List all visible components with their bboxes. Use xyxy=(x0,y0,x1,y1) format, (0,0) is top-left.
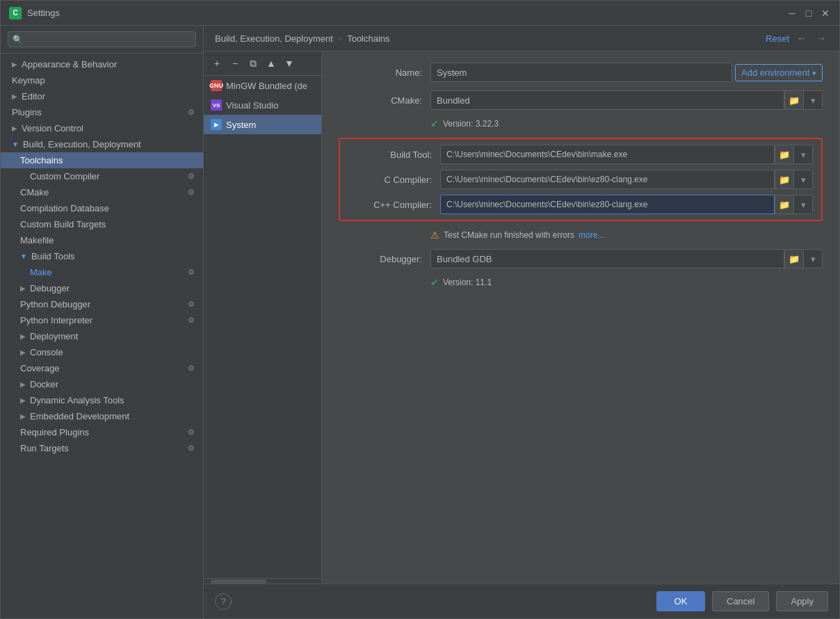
toolchain-item-mingw[interactable]: GNU MinGW Bundled (de xyxy=(204,76,321,95)
arrow-icon: ▶ xyxy=(20,348,26,356)
help-button[interactable]: ? xyxy=(215,593,232,610)
sidebar-item-label: Deployment xyxy=(30,331,78,341)
cpp-compiler-row: C++ Compiler: C:\Users\minec\Documents\C… xyxy=(348,195,813,214)
sidebar-item-console[interactable]: ▶ Console xyxy=(1,344,203,360)
window-controls: ─ □ ✕ xyxy=(786,8,831,19)
sidebar-item-coverage[interactable]: Coverage ⚙ xyxy=(1,360,203,376)
maximize-btn[interactable]: □ xyxy=(803,8,814,19)
cmake-dropdown-btn[interactable]: ▾ xyxy=(803,90,823,110)
build-tool-row: Build Tool: C:\Users\minec\Documents\CEd… xyxy=(348,145,813,164)
search-input[interactable] xyxy=(26,34,191,45)
ok-button[interactable]: OK xyxy=(656,591,705,611)
sidebar-item-label: Appearance & Behavior xyxy=(22,59,117,70)
toolchain-item-system[interactable]: ▶ System xyxy=(204,115,321,134)
back-button[interactable]: ← xyxy=(795,31,809,45)
warning-icon: ⚠ xyxy=(430,230,439,241)
sidebar-item-label: Embedded Development xyxy=(30,411,129,421)
sidebar-item-makefile[interactable]: Makefile xyxy=(1,232,203,248)
cpp-compiler-dropdown-btn[interactable]: ▾ xyxy=(793,195,813,214)
sidebar-item-label: Python Debugger xyxy=(20,299,90,310)
sidebar-item-editor[interactable]: ▶ Editor xyxy=(1,88,203,104)
sidebar-item-label: CMake xyxy=(20,187,49,198)
move-down-toolchain-btn[interactable]: ▼ xyxy=(282,56,297,71)
sidebar-item-python-debugger[interactable]: Python Debugger ⚙ xyxy=(1,296,203,312)
main-content: Build, Execution, Deployment › Toolchain… xyxy=(204,26,839,618)
sidebar-item-label: Docker xyxy=(30,379,58,389)
add-environment-btn[interactable]: Add environment ▾ xyxy=(735,64,823,81)
sidebar-item-label: Dynamic Analysis Tools xyxy=(30,395,124,405)
build-tool-folder-btn[interactable]: 📁 xyxy=(775,145,794,164)
sidebar-item-python-interpreter[interactable]: Python Interpreter ⚙ xyxy=(1,312,203,328)
sidebar-item-keymap[interactable]: Keymap xyxy=(1,72,203,88)
cancel-button[interactable]: Cancel xyxy=(712,591,769,611)
debugger-folder-btn[interactable]: 📁 xyxy=(784,249,804,268)
sidebar-item-plugins[interactable]: Plugins ⚙ xyxy=(1,104,203,120)
add-toolchain-btn[interactable]: + xyxy=(209,56,225,71)
toolchains-toolbar: + − ⧉ ▲ ▼ xyxy=(204,51,321,76)
toolchain-item-vs[interactable]: VS Visual Studio xyxy=(204,95,321,115)
sidebar-item-required-plugins[interactable]: Required Plugins ⚙ xyxy=(1,424,203,440)
c-compiler-input-wrap: C:\Users\minec\Documents\CEdev\bin\ez80-… xyxy=(440,170,813,189)
sidebar-item-label: Version Control xyxy=(22,123,83,134)
search-input-wrap[interactable]: 🔍 xyxy=(8,31,196,47)
sidebar-item-dynamic-analysis[interactable]: ▶ Dynamic Analysis Tools xyxy=(1,392,203,408)
close-btn[interactable]: ✕ xyxy=(820,8,831,19)
debugger-input-wrap: Bundled GDB 📁 ▾ xyxy=(430,249,823,268)
mingw-icon: GNU xyxy=(211,80,222,91)
settings-window: C Settings ─ □ ✕ 🔍 ▶ Appearance & Behavi… xyxy=(0,0,840,619)
sidebar-item-custom-build[interactable]: Custom Build Targets xyxy=(1,216,203,232)
arrow-icon: ▼ xyxy=(20,252,27,260)
sidebar-item-label: Required Plugins xyxy=(20,427,89,437)
build-tool-input-wrap: C:\Users\minec\Documents\CEdev\bin\make.… xyxy=(440,145,813,164)
arrow-icon: ▶ xyxy=(12,61,17,68)
sidebar-item-make[interactable]: Make ⚙ xyxy=(1,264,203,280)
sidebar-item-docker[interactable]: ▶ Docker xyxy=(1,376,203,392)
arrow-icon: ▶ xyxy=(12,93,17,100)
sidebar-item-cmake[interactable]: CMake ⚙ xyxy=(1,184,203,200)
sidebar-item-run-targets[interactable]: Run Targets ⚙ xyxy=(1,440,203,456)
remove-toolchain-btn[interactable]: − xyxy=(227,56,243,71)
sidebar-item-label: Editor xyxy=(22,91,45,102)
cmake-version-text: Version: 3.22.3 xyxy=(443,119,499,129)
sidebar-item-embedded-dev[interactable]: ▶ Embedded Development xyxy=(1,408,203,424)
minimize-btn[interactable]: ─ xyxy=(786,8,798,19)
gear-icon: ⚙ xyxy=(188,364,195,373)
build-tool-dropdown-btn[interactable]: ▾ xyxy=(793,145,813,164)
check-icon: ✔ xyxy=(430,277,439,288)
move-up-toolchain-btn[interactable]: ▲ xyxy=(264,56,279,71)
sidebar-item-build-exec[interactable]: ▼ Build, Execution, Deployment xyxy=(1,136,203,152)
cpp-compiler-folder-btn[interactable]: 📁 xyxy=(775,195,794,214)
gear-icon: ⚙ xyxy=(188,428,195,437)
search-box: 🔍 xyxy=(1,26,203,54)
cmake-label: CMake: xyxy=(339,95,422,106)
compilers-section: Build Tool: C:\Users\minec\Documents\CEd… xyxy=(339,138,823,221)
debugger-dropdown-btn[interactable]: ▾ xyxy=(803,249,823,268)
sidebar-item-deployment[interactable]: ▶ Deployment xyxy=(1,328,203,344)
reset-button[interactable]: Reset xyxy=(766,33,789,44)
sidebar-item-build-tools[interactable]: ▼ Build Tools xyxy=(1,248,203,264)
sidebar-item-compilation-db[interactable]: Compilation Database xyxy=(1,200,203,216)
c-compiler-folder-btn[interactable]: 📁 xyxy=(775,170,794,189)
sidebar-item-label: Python Interpreter xyxy=(20,315,92,325)
sidebar-item-custom-compiler[interactable]: Custom Compiler ⚙ xyxy=(1,168,203,184)
cpp-compiler-input-wrap: C:\Users\minec\Documents\CEdev\bin\ez80-… xyxy=(440,195,813,214)
sys-icon: ▶ xyxy=(211,119,222,130)
sidebar-item-appearance[interactable]: ▶ Appearance & Behavior xyxy=(1,56,203,72)
warning-row: ⚠ Test CMake run finished with errors mo… xyxy=(339,230,823,241)
apply-button[interactable]: Apply xyxy=(776,591,828,611)
cpp-compiler-label: C++ Compiler: xyxy=(348,200,432,210)
horizontal-scrollbar[interactable] xyxy=(204,578,321,584)
cmake-folder-btn[interactable]: 📁 xyxy=(784,90,804,110)
sidebar-item-version-control[interactable]: ▶ Version Control xyxy=(1,120,203,136)
sidebar-item-label: Run Targets xyxy=(20,443,69,453)
warning-link[interactable]: more... xyxy=(579,230,604,240)
toolchain-name: System xyxy=(226,120,256,130)
forward-button[interactable]: → xyxy=(814,31,828,45)
copy-toolchain-btn[interactable]: ⧉ xyxy=(245,56,261,71)
breadcrumb-current: Toolchains xyxy=(347,33,389,44)
name-input[interactable] xyxy=(430,63,732,82)
sidebar-item-debugger[interactable]: ▶ Debugger xyxy=(1,280,203,296)
c-compiler-dropdown-btn[interactable]: ▾ xyxy=(793,170,813,189)
sidebar-item-label: Toolchains xyxy=(20,155,63,166)
sidebar-item-toolchains[interactable]: Toolchains xyxy=(1,152,203,168)
